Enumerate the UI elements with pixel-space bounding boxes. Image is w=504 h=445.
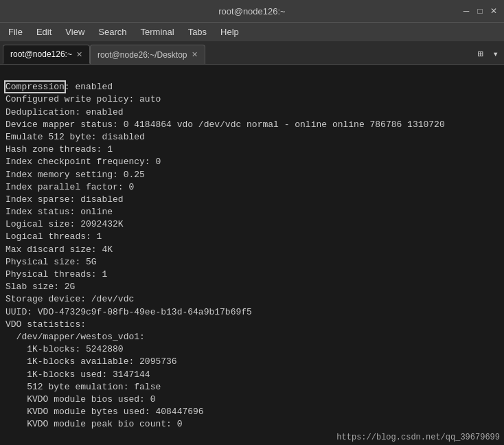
line-6: Index checkpoint frequency: 0 (5, 157, 161, 167)
tab-node26[interactable]: root@node26:~/Desktop ✕ (90, 45, 205, 64)
line-7: Index memory setting: 0.25 (5, 170, 145, 180)
line-21: 1K-blocks: 5242880 (5, 344, 124, 354)
menu-search[interactable]: Search (93, 25, 132, 38)
tab-bar: root@node126:~ ✕ root@node26:~/Desktop ✕… (0, 41, 504, 65)
menu-terminal[interactable]: Terminal (135, 25, 180, 38)
menu-view[interactable]: View (60, 25, 90, 38)
line-11: Logical size: 2092432K (5, 219, 124, 229)
tab-node126-label: root@node126:~ (10, 49, 72, 59)
line-20: /dev/mapper/westos_vdo1: (5, 332, 145, 342)
line-9: Index sparse: disabled (5, 194, 124, 205)
tab-node126[interactable]: root@node126:~ ✕ (3, 45, 90, 64)
line-14: Physical size: 5G (5, 257, 97, 267)
tab-node126-close[interactable]: ✕ (76, 50, 82, 59)
line-26: KVDO module bytes used: 408447696 (5, 407, 204, 417)
line-16: Slab size: 2G (5, 282, 75, 292)
line-22: 1K-blocks available: 2095736 (5, 356, 177, 367)
window-controls: ─ □ ✕ (461, 6, 499, 16)
title-bar: root@node126:~ ─ □ ✕ (0, 0, 504, 22)
line-12: Logical threads: 1 (5, 231, 102, 242)
line-8: Index parallel factor: 0 (5, 182, 134, 192)
line-24: 512 byte emulation: false (5, 382, 161, 392)
line-18: UUID: VDO-47329c9f-08fb-49ee-b13d-64a9b1… (5, 307, 252, 317)
line-5: Hash zone threads: 1 (5, 144, 113, 155)
terminal-content[interactable]: Compression: enabled Configured write po… (0, 65, 504, 445)
line-17: Storage device: /dev/vdc (5, 294, 134, 304)
line-2: Deduplication: enabled (5, 107, 124, 117)
tab-node26-close[interactable]: ✕ (192, 50, 198, 59)
line-1: Configured write policy: auto (5, 94, 161, 104)
maximize-button[interactable]: □ (475, 6, 485, 16)
line-25: KVDO module bios used: 0 (5, 394, 155, 404)
line-23: 1K-blocks used: 3147144 (5, 369, 150, 380)
line-10: Index status: online (5, 207, 113, 217)
menu-file[interactable]: File (3, 25, 28, 38)
tab-bar-actions: ⊞ ▾ (474, 47, 501, 64)
line-13: Max discard size: 4K (5, 244, 113, 255)
line-15: Physical threads: 1 (5, 269, 107, 279)
menu-help[interactable]: Help (215, 25, 244, 38)
tab-node26-label: root@node26:~/Desktop (98, 50, 187, 60)
status-bar: https://blog.csdn.net/qq_39679699 (323, 419, 504, 445)
line-19: VDO statistics: (5, 319, 86, 330)
menu-bar: File Edit View Search Terminal Tabs Help (0, 22, 504, 41)
new-tab-button[interactable]: ⊞ (474, 47, 485, 61)
tab-dropdown-button[interactable]: ▾ (490, 47, 501, 61)
line-3: Device mapper status: 0 4184864 vdo /dev… (5, 119, 445, 130)
minimize-button[interactable]: ─ (461, 6, 471, 16)
close-button[interactable]: ✕ (489, 6, 499, 16)
status-url: https://blog.csdn.net/qq_39679699 (336, 433, 500, 442)
line-27: KVDO module peak bio count: 0 (5, 419, 182, 429)
menu-edit[interactable]: Edit (31, 25, 57, 38)
compression-highlight: Compression (5, 82, 65, 92)
menu-tabs[interactable]: Tabs (183, 25, 212, 38)
line-4: Emulate 512 byte: disabled (5, 132, 145, 142)
window-title: root@node126:~ (218, 6, 285, 16)
line-0-rest: : enabled (65, 82, 113, 92)
